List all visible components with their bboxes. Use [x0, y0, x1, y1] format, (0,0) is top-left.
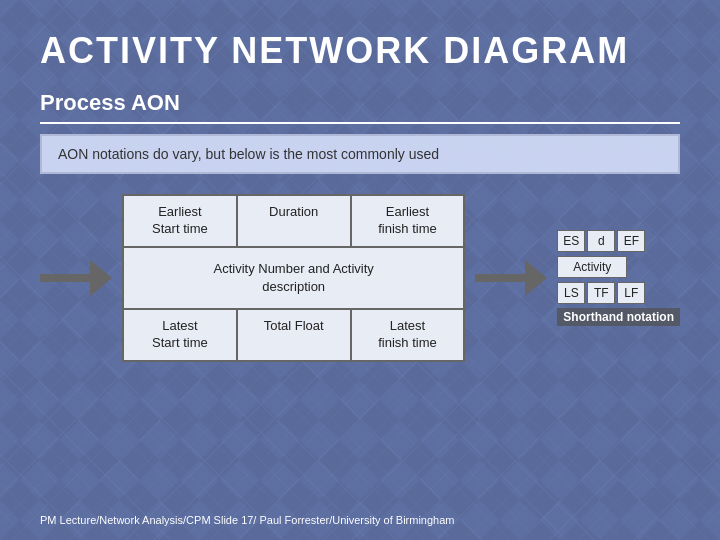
- right-arrow: [475, 260, 547, 296]
- arrow-body-right: [475, 274, 525, 282]
- info-box: AON notations do vary, but below is the …: [40, 134, 680, 174]
- shorthand-notation-label: Shorthand notation: [557, 308, 680, 326]
- main-container: ACTIVITY NETWORK DIAGRAM Process AON AON…: [0, 0, 720, 540]
- cell-latest-finish: Latest finish time: [352, 310, 464, 360]
- left-arrow: [40, 260, 112, 296]
- sh-activity-label: Activity: [557, 256, 627, 278]
- diagram-area: Earliest Start time Duration Earliest fi…: [40, 194, 680, 362]
- cell-earliest-finish: Earliest finish time: [352, 196, 464, 246]
- sh-tf: TF: [587, 282, 615, 304]
- arrow-head: [90, 260, 112, 296]
- main-title: ACTIVITY NETWORK DIAGRAM: [40, 30, 680, 72]
- shorthand-top-row: ES d EF: [557, 230, 680, 252]
- arrow-body: [40, 274, 90, 282]
- aon-bottom-row: Latest Start time Total Float Latest fin…: [124, 310, 463, 360]
- cell-latest-start: Latest Start time: [124, 310, 238, 360]
- aon-middle-row: Activity Number and Activity description: [124, 248, 463, 310]
- subtitle: Process AON: [40, 90, 680, 124]
- aon-top-row: Earliest Start time Duration Earliest fi…: [124, 196, 463, 248]
- sh-ef: EF: [617, 230, 645, 252]
- shorthand-area: ES d EF Activity LS TF LF Shorthand nota…: [557, 230, 680, 326]
- shorthand-activity-row: Activity: [557, 256, 680, 278]
- cell-total-float: Total Float: [238, 310, 352, 360]
- cell-earliest-start: Earliest Start time: [124, 196, 238, 246]
- sh-ls: LS: [557, 282, 585, 304]
- arrow-head-right: [525, 260, 547, 296]
- sh-d: d: [587, 230, 615, 252]
- sh-es: ES: [557, 230, 585, 252]
- cell-duration: Duration: [238, 196, 352, 246]
- aon-diagram-box: Earliest Start time Duration Earliest fi…: [122, 194, 465, 362]
- sh-lf: LF: [617, 282, 645, 304]
- shorthand-bottom-row: LS TF LF: [557, 282, 680, 304]
